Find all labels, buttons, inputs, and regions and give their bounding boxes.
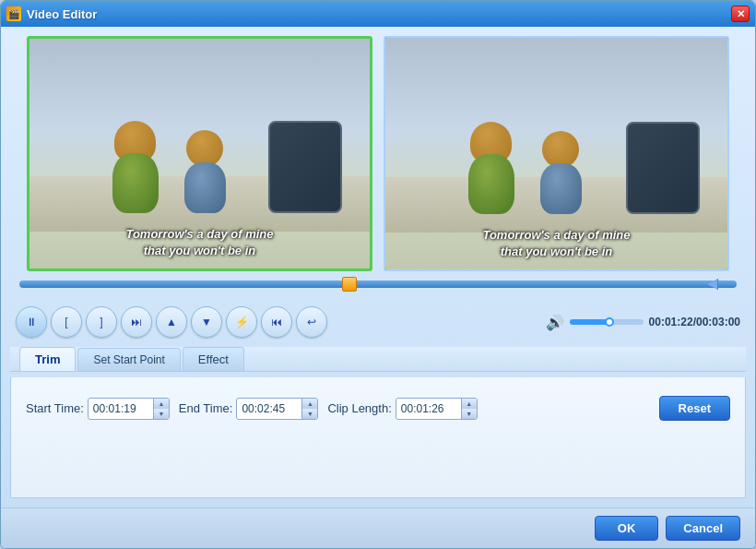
left-subtitle: Tomorrow's a day of mine that you won't … bbox=[30, 226, 370, 259]
start-time-label: Start Time: bbox=[26, 401, 84, 415]
end-time-label: End Time: bbox=[179, 401, 233, 415]
start-time-group: Start Time: ▲ ▼ bbox=[26, 398, 170, 420]
trim-panel: Start Time: ▲ ▼ End Time: bbox=[10, 377, 746, 498]
clip-length-input[interactable] bbox=[396, 400, 461, 418]
reset-button[interactable]: Reset bbox=[659, 396, 730, 421]
timeline-area bbox=[10, 277, 746, 297]
controls-row: ⏸ [ ] ⏭ ▲ ▼ ⚡ ⏮ ↩ 🔊 00:01:22/00:03:00 bbox=[10, 303, 746, 341]
clip-length-up[interactable]: ▲ bbox=[462, 399, 477, 409]
app-icon: 🎬 bbox=[6, 6, 21, 21]
ok-button[interactable]: OK bbox=[595, 516, 659, 541]
next-frame-button[interactable]: ⏭ bbox=[121, 306, 152, 338]
start-time-input[interactable] bbox=[89, 400, 153, 418]
timeline-end-marker[interactable] bbox=[707, 279, 718, 290]
trim-controls: Start Time: ▲ ▼ End Time: bbox=[26, 396, 730, 421]
end-time-spinners: ▲ ▼ bbox=[301, 399, 317, 419]
mark-in-button[interactable]: [ bbox=[51, 306, 82, 338]
zoom-in-button[interactable]: ▲ bbox=[156, 306, 187, 338]
right-preview: Tomorrow's a day of mine that you won't … bbox=[384, 36, 729, 271]
volume-area: 🔊 00:01:22/00:03:00 bbox=[546, 314, 740, 331]
volume-thumb[interactable] bbox=[605, 317, 614, 327]
bottom-bar: OK Cancel bbox=[1, 507, 755, 548]
end-time-input-wrapper: ▲ ▼ bbox=[236, 398, 318, 420]
window-title: Video Editor bbox=[27, 7, 731, 21]
mark-out-button[interactable]: ] bbox=[86, 306, 117, 338]
zoom-out-button[interactable]: ▼ bbox=[191, 306, 222, 338]
volume-slider[interactable] bbox=[570, 319, 644, 325]
start-time-down[interactable]: ▼ bbox=[154, 409, 169, 419]
tab-effect[interactable]: Effect bbox=[183, 347, 244, 371]
tabs-row: Trim Set Start Point Effect bbox=[19, 347, 737, 371]
end-time-group: End Time: ▲ ▼ bbox=[179, 398, 319, 420]
video-editor-window: 🎬 Video Editor ✕ bbox=[0, 0, 756, 549]
left-preview: Tomorrow's a day of mine that you won't … bbox=[27, 36, 372, 271]
clip-length-down[interactable]: ▼ bbox=[462, 409, 477, 419]
start-time-up[interactable]: ▲ bbox=[154, 399, 169, 409]
tabs-area: Trim Set Start Point Effect bbox=[10, 347, 746, 372]
end-button[interactable]: ⏮ bbox=[261, 306, 292, 338]
cancel-button[interactable]: Cancel bbox=[666, 516, 740, 541]
time-display: 00:01:22/00:03:00 bbox=[649, 316, 740, 328]
timeline-track[interactable] bbox=[19, 280, 737, 288]
start-time-spinners: ▲ ▼ bbox=[153, 399, 169, 419]
titlebar: 🎬 Video Editor ✕ bbox=[1, 1, 755, 27]
tab-trim[interactable]: Trim bbox=[19, 347, 76, 371]
end-time-down[interactable]: ▼ bbox=[302, 409, 317, 419]
end-time-up[interactable]: ▲ bbox=[302, 399, 317, 409]
clip-length-label: Clip Length: bbox=[327, 401, 391, 415]
clip-length-spinners: ▲ ▼ bbox=[461, 399, 477, 419]
start-time-input-wrapper: ▲ ▼ bbox=[88, 398, 170, 420]
right-subtitle: Tomorrow's a day of mine that you won't … bbox=[385, 227, 727, 260]
preview-panels: Tomorrow's a day of mine that you won't … bbox=[10, 36, 746, 271]
split-button[interactable]: ⚡ bbox=[226, 306, 257, 338]
undo-button[interactable]: ↩ bbox=[296, 306, 327, 338]
tab-set-start[interactable]: Set Start Point bbox=[77, 348, 180, 371]
timeline-thumb[interactable] bbox=[342, 277, 357, 292]
close-button[interactable]: ✕ bbox=[731, 6, 750, 22]
volume-icon: 🔊 bbox=[546, 314, 564, 331]
content-area: Tomorrow's a day of mine that you won't … bbox=[1, 27, 755, 507]
pause-button[interactable]: ⏸ bbox=[16, 306, 47, 338]
clip-length-input-wrapper: ▲ ▼ bbox=[396, 398, 478, 420]
end-time-input[interactable] bbox=[237, 400, 301, 418]
clip-length-group: Clip Length: ▲ ▼ bbox=[327, 398, 477, 420]
